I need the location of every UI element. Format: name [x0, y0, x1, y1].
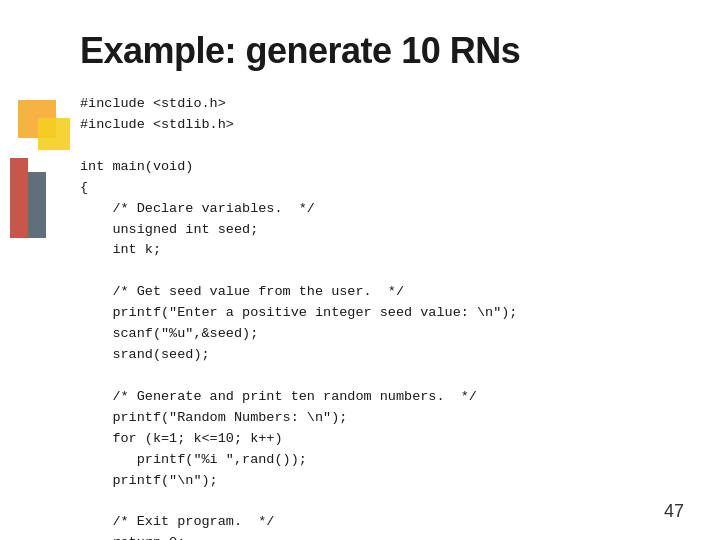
page-number: 47 — [664, 501, 684, 522]
code-line-5: { — [80, 180, 88, 195]
code-line-15: /* Generate and print ten random numbers… — [80, 389, 477, 404]
code-block: #include <stdio.h> #include <stdlib.h> i… — [80, 94, 670, 540]
code-line-4: int main(void) — [80, 159, 193, 174]
code-line-12: scanf("%u",&seed); — [80, 326, 258, 341]
code-line-6: /* Declare variables. */ — [80, 201, 315, 216]
code-line-7: unsigned int seed; — [80, 222, 258, 237]
code-line-11: printf("Enter a positive integer seed va… — [80, 305, 517, 320]
code-line-17: for (k=1; k<=10; k++) — [80, 431, 283, 446]
decoration-left — [0, 100, 60, 260]
deco-square-yellow — [38, 118, 70, 150]
deco-bar-dark — [28, 172, 46, 238]
deco-bar-red — [10, 158, 28, 238]
code-line-8: int k; — [80, 242, 161, 257]
code-line-1: #include <stdio.h> — [80, 96, 226, 111]
code-line-22: return 0; — [80, 535, 185, 540]
code-line-13: srand(seed); — [80, 347, 210, 362]
code-line-18: printf("%i ",rand()); — [80, 452, 307, 467]
code-line-10: /* Get seed value from the user. */ — [80, 284, 404, 299]
code-line-19: printf("\n"); — [80, 473, 218, 488]
code-line-2: #include <stdlib.h> — [80, 117, 234, 132]
code-line-21: /* Exit program. */ — [80, 514, 274, 529]
slide-title: Example: generate 10 RNs — [80, 30, 670, 72]
code-line-16: printf("Random Numbers: \n"); — [80, 410, 347, 425]
slide-container: Example: generate 10 RNs #include <stdio… — [0, 0, 720, 540]
